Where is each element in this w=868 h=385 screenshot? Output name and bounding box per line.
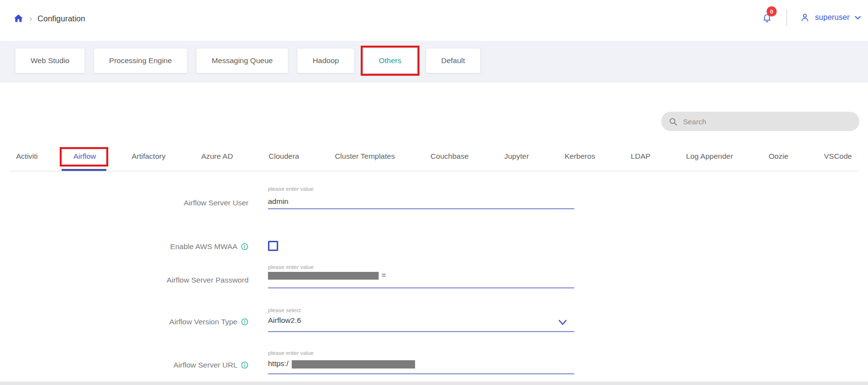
airflow-server-url-label: Airflow Server URL: [0, 360, 249, 370]
notification-count-badge: 0: [767, 6, 777, 17]
tab-web-studio[interactable]: Web Studio: [15, 48, 85, 73]
breadcrumb: › Configuration: [13, 13, 85, 24]
field-underline: [268, 331, 574, 332]
tab-azure-ad[interactable]: Azure AD: [201, 151, 233, 171]
field-label-text: Airflow Server URL: [173, 361, 237, 369]
field-label-text: Airflow Server Password: [167, 276, 249, 285]
url-redaction-bar: [292, 360, 415, 368]
field-underline: [268, 208, 574, 209]
search-icon: [668, 117, 678, 126]
field-label-text: Airflow Version Type: [169, 318, 237, 326]
tab-jupyter[interactable]: Jupyter: [504, 151, 529, 171]
chevron-down-icon: [854, 15, 861, 20]
category-tab-band: Web Studio Processing Engine Messaging Q…: [0, 41, 868, 83]
field-placeholder-hint: please select: [268, 307, 300, 313]
airflow-server-password-label: Airflow Server Password: [0, 275, 249, 285]
tab-cluster-templates[interactable]: Cluster Templates: [335, 151, 395, 171]
tab-others[interactable]: Others: [363, 48, 417, 73]
content-panel: Activiti Airflow Artifactory Azure AD Cl…: [0, 83, 868, 385]
top-bar: › Configuration 0 superuser: [0, 0, 868, 41]
info-icon[interactable]: [241, 361, 249, 369]
field-underline: [268, 373, 574, 374]
password-redaction-suffix: =: [382, 271, 386, 280]
field-underline: [268, 287, 574, 288]
tab-processing-engine[interactable]: Processing Engine: [94, 48, 187, 73]
username-label: superuser: [815, 13, 850, 22]
search-input[interactable]: [682, 117, 852, 126]
home-icon[interactable]: [13, 13, 24, 24]
field-label-text: Enable AWS MWAA: [170, 242, 237, 251]
tab-log-appender[interactable]: Log Appender: [686, 151, 733, 171]
tab-activiti[interactable]: Activiti: [16, 151, 38, 171]
person-icon: [800, 12, 810, 23]
airflow-version-type-label: Airflow Version Type: [0, 317, 249, 327]
enable-aws-mwaa-checkbox[interactable]: [268, 241, 278, 251]
airflow-version-type-select[interactable]: Airflow2.6: [268, 316, 301, 325]
tab-airflow-label: Airflow: [73, 152, 96, 160]
tab-messaging-queue[interactable]: Messaging Queue: [196, 48, 288, 73]
tab-hadoop[interactable]: Hadoop: [297, 48, 354, 73]
field-placeholder-hint: please enter value: [268, 350, 314, 356]
tab-oozie[interactable]: Oozie: [768, 151, 788, 171]
airflow-server-url-field[interactable]: https:/: [268, 359, 288, 368]
category-tabs: Web Studio Processing Engine Messaging Q…: [15, 48, 481, 73]
notifications-button[interactable]: 0: [761, 12, 773, 23]
tabs-divider: [10, 171, 858, 171]
password-redaction-bar: [268, 272, 379, 280]
enable-aws-mwaa-label: Enable AWS MWAA: [0, 242, 249, 251]
tab-airflow[interactable]: Airflow: [73, 151, 96, 171]
field-label-text: Airflow Server User: [184, 199, 249, 207]
airflow-server-user-input[interactable]: [268, 197, 569, 206]
field-placeholder-hint: please enter value: [268, 264, 314, 270]
tab-cloudera[interactable]: Cloudera: [268, 151, 299, 171]
info-icon[interactable]: [241, 243, 249, 251]
search-box[interactable]: [661, 112, 859, 131]
chevron-down-icon[interactable]: [557, 318, 568, 328]
topbar-divider: [786, 9, 787, 26]
user-menu-button[interactable]: superuser: [800, 12, 861, 23]
airflow-server-user-field: [268, 197, 569, 206]
field-placeholder-hint: please enter value: [268, 186, 314, 192]
tab-vscode[interactable]: VSCode: [824, 151, 852, 171]
tab-default[interactable]: Default: [426, 48, 481, 73]
info-icon[interactable]: [241, 318, 249, 326]
bottom-strip: [0, 382, 868, 385]
tab-couchbase[interactable]: Couchbase: [431, 151, 468, 171]
breadcrumb-current: Configuration: [37, 14, 85, 23]
topbar-right-cluster: 0 superuser: [761, 7, 861, 28]
airflow-server-user-label: Airflow Server User: [0, 198, 249, 208]
tab-ldap[interactable]: LDAP: [631, 151, 651, 171]
configuration-page: › Configuration 0 superuser: [0, 0, 868, 385]
breadcrumb-separator-icon: ›: [29, 14, 32, 23]
service-tabs: Activiti Airflow Artifactory Azure AD Cl…: [16, 151, 852, 171]
tab-artifactory[interactable]: Artifactory: [132, 151, 166, 171]
tab-kerberos[interactable]: Kerberos: [565, 151, 595, 171]
